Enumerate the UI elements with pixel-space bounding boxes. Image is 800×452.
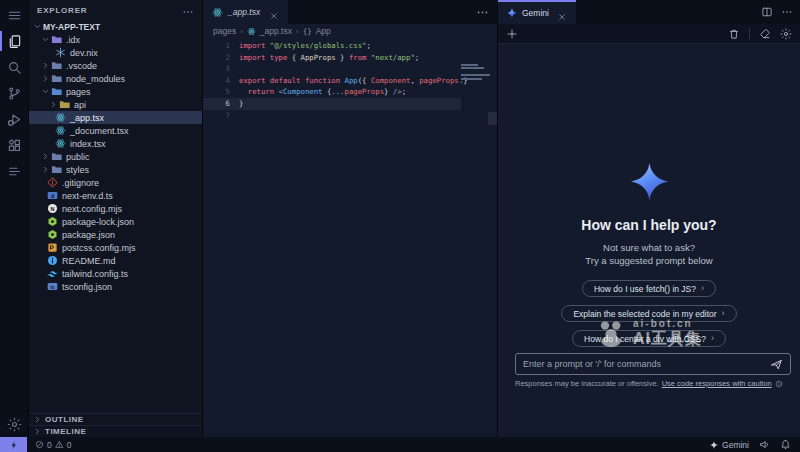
disclaimer-link[interactable]: Use code responses with caution (662, 379, 772, 388)
close-tab-icon[interactable] (557, 8, 567, 18)
tree-item-next-config-mjs[interactable]: Nnext.config.mjs (29, 202, 202, 215)
send-icon[interactable] (770, 358, 783, 371)
breadcrumb-file[interactable]: _app.tsx (260, 26, 292, 36)
code-line-1[interactable]: 1import "@/styles/globals.css"; (203, 40, 461, 52)
tree-item-next-env-d-ts[interactable]: dnext-env.d.ts (29, 189, 202, 202)
activity-search[interactable] (0, 54, 28, 80)
tab-app-tsx[interactable]: _app.tsx (203, 0, 289, 24)
tree-item-package-lock-json[interactable]: package-lock.json (29, 215, 202, 228)
activity-bar-items (0, 2, 28, 184)
tree-item-label: README.md (62, 256, 116, 266)
activity-explorer[interactable] (0, 28, 28, 54)
tree-item-tailwind-config-ts[interactable]: tailwind.config.ts (29, 267, 202, 280)
prompt-input-box[interactable] (515, 353, 791, 375)
tree-item-label: .vscode (66, 61, 97, 71)
code-line-2[interactable]: 2import type { AppProps } from "next/app… (203, 52, 461, 64)
minimap[interactable] (461, 64, 493, 88)
activity-idx-tools[interactable] (0, 158, 28, 184)
tree-item-node-modules[interactable]: node_modules (29, 72, 202, 85)
activity-extensions[interactable] (0, 132, 28, 158)
editor-actions-icon[interactable] (476, 0, 489, 24)
feedback-icon[interactable] (759, 439, 770, 450)
gitfile-icon (47, 177, 58, 188)
gemini-disclaimer: Responses may be inaccurate or offensive… (515, 379, 791, 388)
section-outline[interactable]: OUTLINE (29, 413, 202, 425)
status-bar-right: Gemini (710, 439, 800, 450)
tree-item--idx[interactable]: .idx (29, 33, 202, 46)
breadcrumb-symbol-app[interactable]: App (316, 26, 331, 36)
tree-item-label: api (74, 100, 86, 110)
breadcrumb-pages[interactable]: pages (213, 26, 236, 36)
disclaimer-text: Responses may be inaccurate or offensive… (515, 379, 659, 388)
gemini-subtext: Not sure what to ask? Try a suggested pr… (585, 242, 712, 267)
gemini-settings-icon[interactable] (780, 28, 792, 40)
settings-icon (7, 417, 22, 432)
close-tab-icon[interactable] (269, 7, 279, 17)
folder-icon (51, 73, 62, 84)
gemini-status[interactable]: Gemini (710, 440, 749, 450)
notifications-bell-icon[interactable] (780, 439, 791, 450)
tree-item-label: next.config.mjs (62, 204, 122, 214)
tree-item-api[interactable]: api (29, 98, 202, 111)
explorer-title: EXPLORER (37, 6, 87, 15)
prompt-input[interactable] (523, 359, 770, 369)
folder-icon (51, 151, 62, 162)
error-icon (35, 440, 44, 449)
more-actions-icon[interactable] (781, 6, 793, 18)
breadcrumb-separator: › (240, 27, 243, 36)
code-area[interactable]: 1import "@/styles/globals.css";2import t… (203, 38, 497, 437)
code-line-4[interactable]: 4export default function App({ Component… (203, 75, 461, 87)
problems-status[interactable]: 0 0 (35, 440, 71, 450)
remote-icon (9, 440, 19, 450)
tree-item-tsconfig-json[interactable]: tstsconfig.json (29, 280, 202, 293)
tree-item-label: styles (66, 165, 89, 175)
split-editor-icon[interactable] (761, 6, 773, 18)
remote-indicator[interactable] (0, 437, 27, 452)
suggested-prompt-2[interactable]: Explain the selected code in my editor› (561, 305, 736, 322)
tree-item-readme-md[interactable]: README.md (29, 254, 202, 267)
gemini-heading: How can I help you? (581, 217, 716, 233)
delete-chat-icon[interactable] (728, 28, 740, 40)
code-line-3[interactable]: 3 (203, 63, 461, 75)
explorer-more-icon[interactable] (182, 4, 194, 16)
tree-item-index-tsx[interactable]: index.tsx (29, 137, 202, 150)
new-chat-icon[interactable] (506, 28, 518, 40)
line-number: 6 (203, 98, 239, 110)
activity-settings[interactable] (0, 411, 28, 437)
code-line-7[interactable]: 7 (203, 110, 461, 122)
activity-menu[interactable] (0, 2, 28, 28)
suggested-prompt-3[interactable]: How do I center a div with CSS?› (572, 330, 726, 347)
tree-item-label: .gitignore (62, 178, 99, 188)
tree-item--gitignore[interactable]: .gitignore (29, 176, 202, 189)
tab-label: _app.tsx (228, 7, 260, 17)
tree-item-my-app-text[interactable]: MY-APP-TEXT (29, 20, 202, 33)
section-timeline[interactable]: TIMELINE (29, 425, 202, 437)
tree-item-label: tailwind.config.ts (62, 269, 128, 279)
clear-chat-icon[interactable] (759, 28, 771, 40)
gemini-panel: Gemini How can I help yo (498, 0, 800, 437)
minimap-line (461, 64, 478, 66)
folder-icon (51, 60, 62, 71)
code-line-6[interactable]: 6} (203, 98, 461, 110)
tree-item-dev-nix[interactable]: dev.nix (29, 46, 202, 59)
tree-item-postcss-config-mjs[interactable]: postcss.config.mjs (29, 241, 202, 254)
tree-item--document-tsx[interactable]: _document.tsx (29, 124, 202, 137)
warning-icon (55, 440, 64, 449)
react-icon (55, 125, 66, 136)
tree-item-label: next-env.d.ts (62, 191, 113, 201)
activity-source-control[interactable] (0, 80, 28, 106)
tree-item--vscode[interactable]: .vscode (29, 59, 202, 72)
chevron-right-icon (41, 74, 50, 83)
tree-item--app-tsx[interactable]: _app.tsx (29, 111, 202, 124)
suggested-prompt-1[interactable]: How do I use fetch() in JS?› (582, 280, 716, 297)
tree-item-styles[interactable]: styles (29, 163, 202, 176)
editor-scrollbar[interactable] (488, 112, 497, 125)
activity-run-debug[interactable] (0, 106, 28, 132)
code-line-5[interactable]: 5 return <Component {...pageProps} />; (203, 86, 461, 98)
badge-dts-icon: d (47, 190, 58, 201)
tree-item-pages[interactable]: pages (29, 85, 202, 98)
tab-gemini[interactable]: Gemini (498, 0, 576, 24)
tree-item-public[interactable]: public (29, 150, 202, 163)
info-file-icon (47, 255, 58, 266)
tree-item-package-json[interactable]: package.json (29, 228, 202, 241)
